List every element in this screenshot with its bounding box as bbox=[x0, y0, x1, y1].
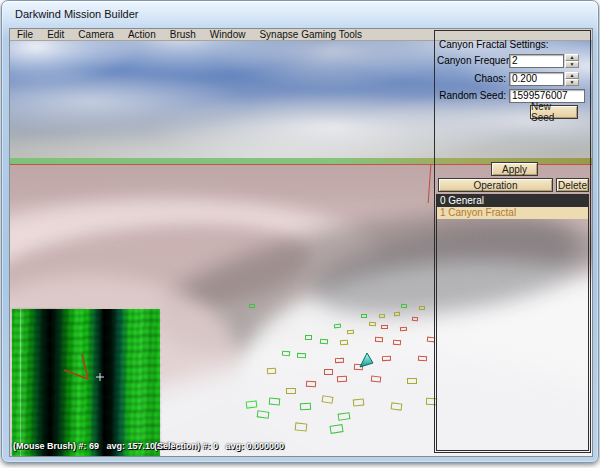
brush-vertex-marker bbox=[267, 368, 277, 374]
brush-vertex-marker bbox=[347, 329, 355, 334]
brush-vertex-marker bbox=[393, 339, 401, 344]
brush-vertex-marker bbox=[286, 388, 297, 395]
brush-vertex-marker bbox=[401, 304, 407, 308]
brush-vertex-marker bbox=[324, 369, 333, 375]
list-item-general[interactable]: 0 General bbox=[437, 195, 588, 207]
brush-vertex-marker bbox=[300, 402, 312, 410]
brush-vertex-marker bbox=[321, 395, 333, 403]
brush-vertex-marker bbox=[335, 358, 344, 364]
menu-item-window[interactable]: Window bbox=[203, 29, 253, 41]
brush-vertex-marker bbox=[305, 335, 313, 340]
menu-item-camera[interactable]: Camera bbox=[71, 29, 121, 41]
brush-vertex-marker bbox=[333, 323, 340, 328]
brush-vertex-marker bbox=[412, 317, 419, 322]
brush-vertex-marker bbox=[320, 338, 328, 343]
chaos-spinner: ▲▼ bbox=[565, 72, 579, 86]
client-area: FileEditCameraActionBrushWindowSynapse G… bbox=[9, 28, 593, 457]
brush-vertex-marker bbox=[306, 381, 316, 388]
spinner-up-button[interactable]: ▲ bbox=[565, 54, 579, 61]
canyon-frequency-input[interactable] bbox=[509, 54, 564, 68]
operation-header-button[interactable]: Operation bbox=[438, 178, 553, 192]
status-mouse-brush: (Mouse Brush) #: 69 avg: 157.108243 bbox=[13, 441, 175, 451]
brush-vertex-marker bbox=[400, 327, 407, 332]
canyon-frequency-label: Canyon Frequency: bbox=[437, 55, 506, 66]
brush-direction-arrow-icon bbox=[12, 309, 160, 456]
delete-button[interactable]: Delete bbox=[556, 178, 589, 192]
list-item-canyon-fractal[interactable]: 1 Canyon Fractal bbox=[437, 207, 588, 219]
brush-vertex-marker bbox=[407, 378, 417, 384]
brush-vertex-marker bbox=[340, 339, 348, 344]
brush-vertex-marker bbox=[379, 314, 386, 319]
brush-vertex-marker bbox=[380, 325, 387, 330]
brush-vertex-marker bbox=[353, 398, 365, 406]
menu-item-edit[interactable]: Edit bbox=[40, 29, 71, 41]
brush-texture-preview bbox=[12, 309, 160, 456]
brush-vertex-marker bbox=[246, 400, 258, 408]
brush-vertex-marker bbox=[419, 306, 425, 310]
new-seed-button[interactable]: New Seed bbox=[530, 105, 578, 119]
app-window: Darkwind Mission Builder FileEditCameraA… bbox=[1, 0, 599, 463]
spinner-up-button[interactable]: ▲ bbox=[565, 72, 579, 79]
canyon-fractal-settings-panel: Canyon Fractal Settings: Canyon Frequenc… bbox=[434, 30, 591, 453]
menu-item-file[interactable]: File bbox=[10, 29, 40, 41]
random-seed-label: Random Seed: bbox=[437, 90, 506, 101]
canyon-frequency-row: Canyon Frequency: ▲▼ bbox=[437, 53, 588, 68]
mouse-cursor-icon bbox=[359, 352, 375, 369]
brush-vertex-marker bbox=[394, 312, 400, 316]
brush-vertex-marker bbox=[361, 314, 367, 318]
brush-vertex-marker bbox=[294, 423, 307, 432]
apply-button[interactable]: Apply bbox=[491, 162, 538, 176]
operation-layer-list: 0 General 1 Canyon Fractal bbox=[436, 194, 589, 451]
panel-title: Canyon Fractal Settings: bbox=[439, 39, 549, 50]
brush-vertex-marker bbox=[337, 376, 347, 383]
canyon-frequency-spinner: ▲▼ bbox=[565, 54, 579, 68]
brush-vertex-marker bbox=[268, 397, 280, 405]
brush-vertex-marker bbox=[297, 353, 306, 359]
menu-item-brush[interactable]: Brush bbox=[163, 29, 203, 41]
brush-vertex-marker bbox=[371, 375, 381, 382]
status-selection: (Selection) #: 0 avg: 0.000000 bbox=[154, 441, 284, 451]
brush-vertex-marker bbox=[418, 356, 427, 362]
brush-vertex-marker bbox=[382, 356, 391, 362]
brush-vertex-marker bbox=[375, 336, 383, 341]
spinner-down-button[interactable]: ▼ bbox=[565, 61, 579, 68]
chaos-row: Chaos: ▲▼ bbox=[437, 71, 588, 86]
chaos-label: Chaos: bbox=[437, 73, 506, 84]
spinner-down-button[interactable]: ▼ bbox=[565, 79, 579, 86]
brush-vertex-marker bbox=[368, 322, 375, 327]
menu-item-action[interactable]: Action bbox=[121, 29, 163, 41]
brush-vertex-marker bbox=[249, 304, 255, 308]
brush-vertex-marker bbox=[391, 402, 403, 410]
window-title: Darkwind Mission Builder bbox=[15, 8, 139, 20]
chaos-input[interactable] bbox=[509, 72, 564, 86]
title-bar[interactable]: Darkwind Mission Builder bbox=[2, 1, 598, 28]
menu-item-synapse-gaming-tools[interactable]: Synapse Gaming Tools bbox=[252, 29, 369, 41]
